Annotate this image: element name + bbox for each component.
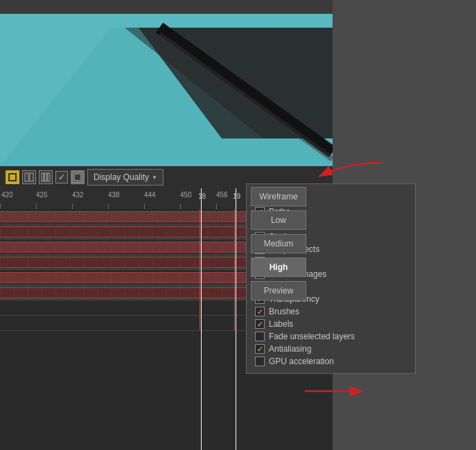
menu-item-brushes[interactable]: Brushes (247, 305, 415, 318)
svg-rect-10 (48, 173, 50, 181)
canvas-content (0, 14, 333, 166)
checkbox-brushes[interactable] (255, 307, 265, 316)
medium-button[interactable]: Medium (251, 234, 306, 253)
menu-label-brushes: Brushes (269, 307, 299, 316)
track-bar-2 (0, 226, 253, 237)
low-button[interactable]: Low (251, 210, 306, 230)
keyframe-6a (200, 285, 200, 300)
ruler-mark-450: 450 (180, 191, 192, 199)
high-button[interactable]: High (251, 258, 306, 277)
display-quality-button[interactable]: Display Quality ▼ (87, 169, 164, 186)
keyframe-3a (200, 240, 200, 254)
track-bar-1 (0, 211, 253, 222)
ruler-mark-438: 438 (108, 191, 120, 199)
ruler-mark-426: 426 (36, 191, 48, 199)
checkbox-labels[interactable] (255, 319, 265, 329)
ruler-mark-432: 432 (72, 191, 84, 199)
menu-label-gpu-acceleration: GPU acceleration (269, 357, 334, 366)
keyframe-6b (234, 285, 235, 300)
keyframe-5b (234, 270, 235, 285)
menu-item-gpu-acceleration[interactable]: GPU acceleration (247, 355, 415, 368)
right-panel-top (333, 0, 476, 166)
view-check-icon[interactable]: ✓ (55, 171, 68, 183)
checkbox-antialiasing[interactable] (255, 344, 265, 354)
checkbox-fade-unselected[interactable] (255, 332, 265, 341)
menu-item-fade-unselected[interactable]: Fade unselected layers (247, 330, 415, 343)
timeline-ruler: 420 426 432 438 444 450 456 (0, 188, 253, 209)
keyframe-2b (234, 224, 235, 239)
keyframe-4a (200, 255, 200, 269)
keyframe-1a (200, 209, 200, 224)
svg-rect-7 (30, 173, 33, 181)
quality-buttons-panel: Wireframe Low Medium High Preview (251, 187, 306, 300)
keyframe-8a (200, 316, 200, 330)
svg-rect-9 (45, 173, 47, 181)
menu-label-fade-unselected: Fade unselected layers (269, 332, 355, 341)
svg-rect-6 (25, 173, 28, 181)
playhead-line-1 (201, 188, 202, 450)
ruler-mark-444: 444 (144, 191, 156, 199)
frame-marker-19: 19 (233, 192, 240, 200)
ruler-mark-456: 456 (216, 191, 228, 199)
checkbox-gpu-acceleration[interactable] (255, 357, 265, 366)
view-mode-square-icon[interactable] (6, 170, 19, 184)
frame-marker-18: 18 (198, 192, 206, 200)
track-bar-4 (0, 257, 253, 268)
track-bar-5 (0, 272, 253, 283)
keyframe-4b (234, 255, 235, 269)
display-quality-label: Display Quality (94, 172, 149, 182)
svg-rect-5 (9, 174, 16, 181)
keyframe-1b (234, 209, 235, 224)
menu-label-labels: Labels (269, 319, 293, 329)
menu-item-antialiasing[interactable]: Antialiasing (247, 343, 415, 355)
keyframe-3b (234, 240, 235, 254)
view-mode-grid3-icon[interactable] (39, 170, 53, 184)
track-bar-3 (0, 242, 253, 253)
keyframe-8b (234, 316, 235, 330)
keyframe-7b (234, 300, 235, 315)
svg-rect-12 (74, 174, 81, 181)
arrow-down-icon: ▼ (152, 174, 157, 181)
playhead-line-2 (236, 188, 236, 450)
svg-rect-8 (42, 173, 44, 181)
ruler-mark-420: 420 (1, 191, 13, 199)
menu-item-labels[interactable]: Labels (247, 318, 415, 330)
track-bar-6 (0, 287, 253, 298)
canvas-area (0, 0, 333, 166)
preview-button[interactable]: Preview (251, 281, 306, 300)
frame-icon[interactable] (71, 170, 85, 184)
keyframe-2a (200, 224, 200, 239)
wireframe-button[interactable]: Wireframe (251, 187, 306, 206)
menu-label-antialiasing: Antialiasing (269, 344, 311, 354)
view-mode-grid2-icon[interactable] (22, 170, 36, 184)
keyframe-5a (200, 270, 200, 285)
keyframe-7a (200, 300, 200, 315)
